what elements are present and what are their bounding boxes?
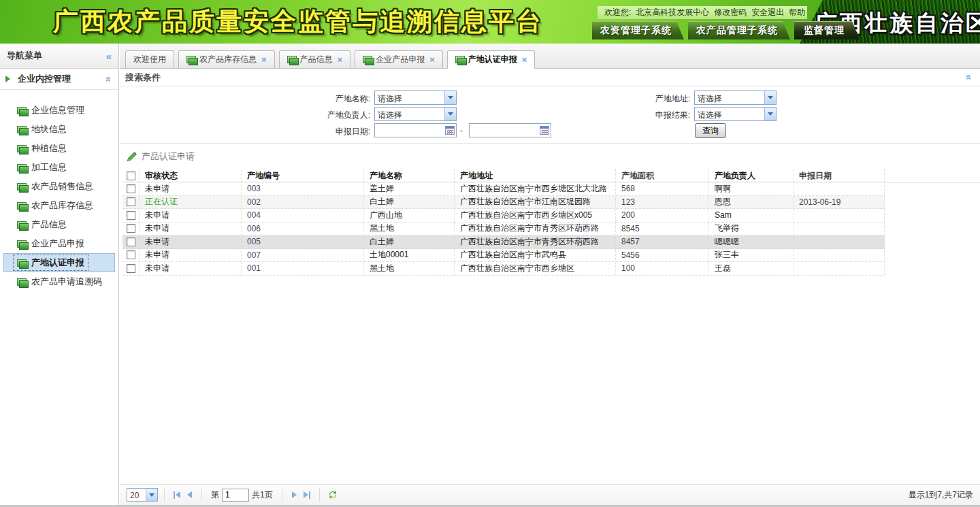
cell-name: 土地00001 [364, 249, 455, 262]
certification-table: 审核状态 产地编号 产地名称 产地地址 产地面积 产地负责人 申报日期 未申请 … [122, 169, 885, 276]
sidebar-item-label: 产品信息 [31, 218, 67, 231]
cell-status: 未申请 [140, 182, 242, 195]
declare-result-label: 申报结果: [528, 110, 690, 121]
tab-product-declaration[interactable]: 企业产品申报 × [355, 50, 443, 69]
sidebar-item-processing-info[interactable]: 加工信息 [0, 158, 118, 177]
close-icon[interactable]: × [429, 54, 435, 65]
tab-welcome[interactable]: 欢迎使用 [125, 50, 174, 69]
folder-icon [17, 126, 27, 133]
cell-status: 未申请 [140, 235, 242, 248]
next-page-button[interactable] [289, 489, 301, 501]
origin-address-label: 产地地址: [528, 93, 690, 105]
table-row[interactable]: 未申请 001 黑土地 广西壮族自治区南宁市西乡塘区 100 王磊 [122, 262, 885, 276]
tab-label: 农产品库存信息 [199, 54, 257, 65]
certification-apply-action[interactable]: 产品认证申请 [142, 150, 195, 163]
table-row[interactable]: 未申请 005 白土婵 广西壮族自治区南宁市青秀区环葫西路 8457 嗯嗯嗯 [122, 235, 885, 249]
folder-icon [186, 56, 196, 63]
tab-origin-certification[interactable]: 产地认证申报 × [447, 50, 536, 69]
declare-result-select[interactable]: 请选择 [694, 107, 777, 121]
welcome-prefix: 欢迎您: [604, 7, 631, 18]
prev-page-button[interactable] [183, 489, 195, 501]
row-checkbox[interactable] [127, 250, 135, 259]
calendar-icon[interactable] [445, 126, 455, 135]
table-row[interactable]: 未申请 007 土地00001 广西壮族自治区南宁市武鸣县 5456 张三丰 [122, 249, 885, 263]
subsystem-agri-materials-button[interactable]: 农资管理子系统 [592, 21, 684, 39]
folder-icon [17, 183, 27, 191]
divider [164, 488, 165, 502]
cell-date [794, 223, 885, 235]
cell-code: 006 [247, 224, 261, 233]
cell-status: 正在认证 [140, 196, 242, 209]
chevron-down-icon[interactable] [146, 489, 157, 501]
record-summary: 显示1到7,共7记录 [909, 489, 973, 501]
origin-manager-select[interactable]: 请选择 [374, 107, 457, 121]
logout-link[interactable]: 安全退出 [751, 7, 784, 18]
row-checkbox[interactable] [127, 197, 135, 206]
table-row[interactable]: 未申请 003 盖土婵 广西壮族自治区南宁市西乡塘区北大北路 568 啊啊 [122, 182, 885, 196]
welcome-user: 北京高科技发展中心 [636, 7, 709, 18]
chevron-down-icon[interactable] [764, 108, 776, 120]
declare-date-end-input[interactable] [469, 123, 551, 137]
origin-address-select[interactable]: 请选择 [694, 91, 777, 105]
row-checkbox[interactable] [127, 264, 135, 273]
cell-date [794, 209, 885, 222]
sidebar-item-product-declaration[interactable]: 企业产品申报 [0, 234, 118, 253]
cell-manager: 王磊 [709, 262, 794, 275]
sidebar-item-sales-info[interactable]: 农产品销售信息 [0, 177, 118, 196]
refresh-icon[interactable] [327, 489, 338, 500]
cell-status: 未申请 [140, 209, 242, 222]
sidebar-item-label: 农产品申请追溯码 [31, 276, 102, 288]
subsystem-agri-products-button[interactable]: 农产品管理子系统 [688, 21, 790, 39]
close-icon[interactable]: × [261, 54, 267, 65]
chevron-down-icon[interactable] [444, 91, 456, 104]
folder-icon [17, 202, 27, 210]
sidebar-collapse-icon[interactable]: « [106, 51, 112, 61]
page-size-select[interactable]: 20 [127, 488, 158, 502]
sidebar-item-traceability-code[interactable]: 农产品申请追溯码 [0, 272, 118, 291]
help-link[interactable]: 帮助 [789, 7, 805, 18]
group-collapse-icon[interactable]: « [103, 76, 114, 82]
close-icon[interactable]: × [522, 54, 527, 65]
sidebar-item-inventory-info[interactable]: 农产品库存信息 [0, 196, 118, 215]
col-code: 产地编号 [242, 169, 364, 182]
sidebar-item-label: 企业产品申报 [31, 238, 84, 250]
row-checkbox[interactable] [127, 238, 135, 246]
cell-name: 盖土婵 [364, 182, 455, 195]
tab-label: 欢迎使用 [133, 54, 166, 65]
table-row[interactable]: 未申请 006 黑土地 广西壮族自治区南宁市青秀区环葫西路 8545 飞举得 [122, 223, 885, 236]
tab-product-info[interactable]: 产品信息 × [279, 50, 351, 69]
origin-name-select[interactable]: 请选择 [374, 91, 457, 105]
change-password-link[interactable]: 修改密码 [714, 7, 747, 18]
sidebar-group-internal-control[interactable]: 企业内控管理 « [0, 69, 118, 90]
select-all-checkbox[interactable] [127, 171, 135, 180]
close-icon[interactable]: × [338, 54, 343, 65]
calendar-icon[interactable] [540, 126, 549, 135]
row-checkbox[interactable] [127, 224, 135, 233]
table-row[interactable]: 未申请 004 广西山地 广西壮族自治区南宁市西乡塘区x005 200 Sam [122, 209, 885, 223]
row-checkbox[interactable] [127, 184, 135, 193]
sidebar-item-planting-info[interactable]: 种植信息 [0, 139, 118, 158]
subsystem-supervision-button[interactable]: 监督管理 [794, 21, 860, 39]
sidebar-item-enterprise-info[interactable]: 企业信息管理 [0, 101, 118, 120]
cell-address: 广西壮族自治区南宁市西乡塘区 [455, 262, 616, 275]
row-checkbox[interactable] [127, 211, 135, 220]
declare-date-start-input[interactable] [374, 123, 457, 137]
search-collapse-icon[interactable]: « [964, 74, 974, 80]
chevron-down-icon[interactable] [444, 108, 456, 120]
chevron-down-icon[interactable] [764, 91, 776, 104]
sidebar-group-label: 企业内控管理 [18, 73, 71, 85]
first-page-button[interactable] [171, 489, 183, 501]
last-page-button[interactable] [301, 489, 313, 501]
tab-inventory-info[interactable]: 农产品库存信息 × [178, 50, 275, 69]
page-number-input[interactable] [222, 489, 249, 502]
date-range-separator: - [460, 126, 463, 135]
sidebar-item-plot-info[interactable]: 地块信息 [0, 120, 118, 139]
sidebar-item-origin-certification[interactable]: 产地认证申报 [3, 253, 115, 272]
col-area: 产地面积 [616, 169, 709, 182]
cell-date [794, 249, 885, 262]
table-row[interactable]: 正在认证 002 白土婵 广西壮族自治区南宁市江南区堤园路 123 恩恩 201… [122, 196, 885, 210]
query-button[interactable]: 查询 [695, 123, 726, 138]
folder-icon [455, 56, 465, 63]
folder-icon [17, 240, 27, 248]
sidebar-item-product-info[interactable]: 产品信息 [0, 215, 118, 234]
